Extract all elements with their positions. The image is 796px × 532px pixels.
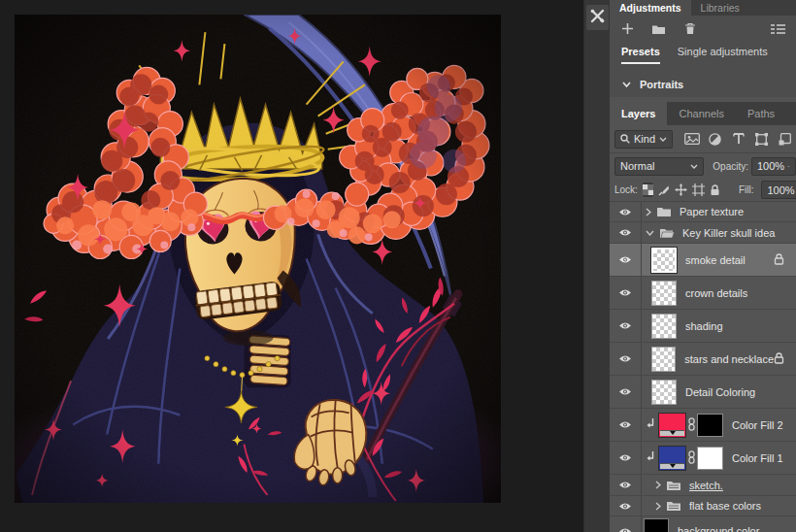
layer-label: Detail Coloring [685, 386, 755, 398]
chevron-down-icon [622, 82, 631, 87]
pixel-layer-filter-icon[interactable] [683, 131, 700, 148]
layer-thumbnail[interactable] [651, 347, 676, 372]
layer-thumbnail[interactable] [651, 281, 677, 306]
fill-color-swatch[interactable] [658, 446, 686, 471]
layer-group-key-killer-skull-idea[interactable]: Key Killer skull idea [610, 222, 796, 244]
layer-row-smoke-detail[interactable]: smoke detail [610, 244, 796, 277]
folder-open-icon [659, 227, 675, 239]
blend-mode-row: Normal Opacity: 100% [610, 153, 796, 179]
fill-input[interactable]: 100% [761, 181, 796, 199]
layer-thumbnail[interactable] [651, 248, 677, 273]
panel-dock-strip [583, 0, 611, 532]
visibility-toggle[interactable] [610, 277, 642, 309]
crossed-tools-icon [590, 9, 605, 23]
layer-row-stars-and-necklace[interactable]: stars and necklace [610, 343, 796, 376]
subtab-presets[interactable]: Presets [621, 46, 660, 64]
presets-section-portraits[interactable]: Portraits [610, 72, 796, 97]
visibility-toggle[interactable] [610, 442, 642, 474]
chevron-right-icon[interactable] [646, 208, 651, 216]
layer-label: Key Killer skull idea [682, 227, 775, 239]
eye-icon [618, 453, 632, 462]
eye-icon [618, 502, 632, 511]
visibility-toggle[interactable] [610, 496, 642, 515]
lock-artboard-icon[interactable] [692, 183, 705, 197]
link-mask-icon[interactable] [688, 450, 695, 466]
layer-label: background color [678, 525, 759, 532]
visibility-toggle[interactable] [610, 310, 642, 342]
section-label: Portraits [640, 79, 683, 90]
folder-closed-icon [656, 206, 672, 217]
layer-row-color-fill-2[interactable]: Color Fill 2 [610, 409, 796, 442]
right-panel: Adjustments Libraries Presets Single adj… [610, 0, 796, 532]
layer-mask-thumbnail[interactable] [697, 447, 723, 470]
lock-pixels-brush-icon[interactable] [658, 183, 670, 197]
layer-label: stars and necklace [684, 353, 774, 365]
lock-all-icon[interactable] [710, 183, 720, 197]
chevron-down-icon[interactable] [646, 230, 654, 236]
filter-kind-label: Kind [634, 133, 655, 145]
lock-row: Lock: Fill: 100% [610, 179, 796, 202]
visibility-toggle[interactable] [610, 409, 642, 441]
type-layer-filter-icon[interactable] [730, 131, 746, 148]
customize-toolbar-button[interactable] [586, 5, 609, 30]
tab-libraries[interactable]: Libraries [691, 0, 749, 16]
link-mask-icon[interactable] [688, 417, 695, 433]
opacity-label: Opacity: [713, 161, 748, 172]
list-view-icon[interactable] [770, 20, 786, 37]
layer-row-crown-details[interactable]: crown details [610, 277, 796, 310]
add-icon[interactable] [619, 20, 636, 37]
chevron-down-icon [787, 164, 790, 169]
document-canvas[interactable] [15, 15, 501, 503]
visibility-toggle[interactable] [610, 376, 642, 408]
adjustment-layer-filter-icon[interactable] [707, 131, 723, 148]
eye-icon [618, 420, 632, 429]
folder-icon[interactable] [650, 20, 667, 37]
lock-transparency-icon[interactable] [643, 183, 653, 197]
layer-label: Color Fill 2 [732, 419, 783, 431]
subtab-single-adjustments[interactable]: Single adjustments [678, 46, 768, 57]
layer-row-detail-coloring[interactable]: Detail Coloring [610, 376, 796, 409]
layers-panel-tabs: Layers Channels Paths [610, 102, 796, 125]
filter-kind-dropdown[interactable]: Kind [614, 130, 673, 149]
visibility-toggle[interactable] [610, 475, 642, 495]
tab-paths[interactable]: Paths [736, 102, 786, 125]
visibility-toggle[interactable] [610, 516, 642, 532]
layer-row-shading[interactable]: shading [610, 310, 796, 343]
layer-row-color-fill-1[interactable]: Color Fill 1 [610, 442, 796, 475]
lock-icon [774, 253, 784, 267]
tab-channels[interactable]: Channels [667, 102, 735, 125]
lock-position-move-icon[interactable] [675, 183, 687, 197]
chevron-right-icon[interactable] [655, 481, 661, 489]
tab-adjustments[interactable]: Adjustments [610, 0, 691, 16]
trash-icon[interactable] [681, 20, 698, 37]
eye-icon [618, 481, 632, 489]
eye-icon [618, 255, 632, 264]
tab-layers[interactable]: Layers [610, 102, 667, 125]
layer-group-flat-base-colors[interactable]: flat base colors [610, 496, 796, 516]
layer-thumbnail[interactable] [651, 380, 677, 405]
eye-icon [618, 288, 632, 297]
opacity-input[interactable]: 100% [751, 157, 796, 176]
layer-group-paper-texture[interactable]: Paper texture [610, 202, 796, 222]
layer-thumbnail[interactable] [644, 518, 669, 532]
blend-mode-dropdown[interactable]: Normal [614, 157, 704, 176]
opacity-value: 100% [757, 160, 784, 172]
layer-mask-thumbnail[interactable] [697, 414, 723, 437]
layer-label: flat base colors [689, 500, 761, 512]
layer-list: Paper texture Key Killer skull idea smok… [610, 202, 796, 532]
visibility-toggle[interactable] [610, 202, 642, 221]
smart-object-filter-icon[interactable] [777, 131, 793, 148]
layer-group-sketch[interactable]: sketch. [610, 475, 796, 496]
visibility-toggle[interactable] [610, 343, 642, 375]
shape-layer-filter-icon[interactable] [753, 131, 770, 148]
folder-closed-icon [666, 480, 681, 491]
visibility-toggle[interactable] [610, 244, 642, 276]
folder-closed-icon [666, 500, 681, 512]
chevron-right-icon[interactable] [655, 502, 661, 511]
layer-row-background-color[interactable]: background color [610, 516, 796, 532]
layer-label: Paper texture [680, 206, 744, 217]
fill-color-swatch[interactable] [658, 413, 686, 438]
layer-thumbnail[interactable] [651, 314, 677, 339]
visibility-toggle[interactable] [610, 222, 642, 243]
layer-label: smoke detail [685, 254, 746, 266]
